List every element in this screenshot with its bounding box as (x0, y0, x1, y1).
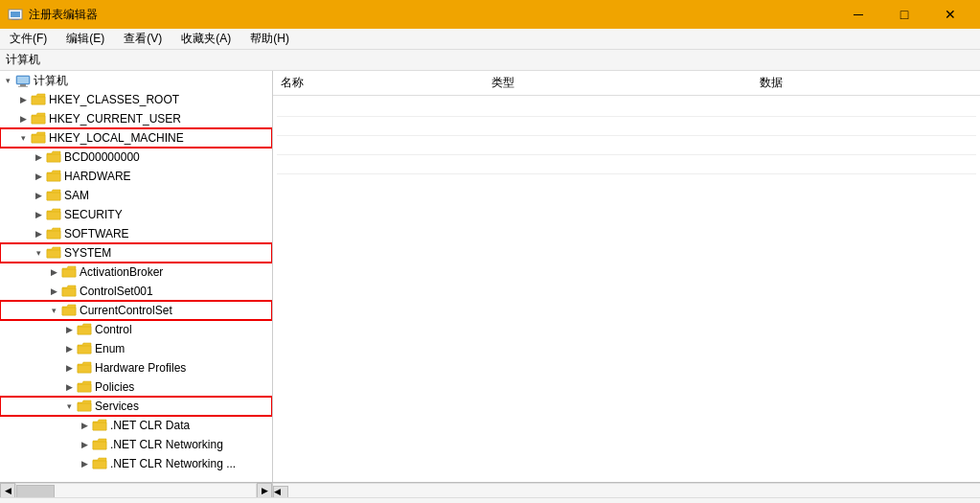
tree-label-actbroker: ActivationBroker (80, 265, 163, 279)
svg-rect-2 (11, 19, 19, 20)
expander-security[interactable]: ▶ (31, 207, 46, 222)
expander-software[interactable]: ▶ (31, 226, 46, 241)
folder-icon (77, 323, 92, 336)
tree-item-ccs001[interactable]: ▶ ControlSet001 (0, 282, 272, 301)
tree-label-policies: Policies (95, 380, 134, 394)
menu-item-文件(F)[interactable]: 文件(F) (0, 29, 57, 49)
folder-icon (92, 457, 107, 470)
tree-item-hkcr[interactable]: ▶ HKEY_CLASSES_ROOT (0, 90, 272, 109)
right-side-hint (273, 96, 980, 176)
expander-system[interactable]: ▾ (31, 245, 46, 261)
bottom-area: ◀ ▶ ◀ https://blog.csdn.net/qq_421946... (0, 482, 980, 503)
menu-item-帮助(H)[interactable]: 帮助(H) (240, 29, 299, 49)
folder-icon (46, 150, 61, 164)
address-label: 计算机 (6, 52, 40, 68)
folder-icon (31, 131, 46, 145)
tree-label-security: SECURITY (64, 208, 123, 221)
expander-sam[interactable]: ▶ (31, 188, 46, 203)
svg-rect-1 (11, 11, 20, 17)
col-data: 数据 (752, 73, 980, 93)
tree-item-sam[interactable]: ▶ SAM (0, 186, 272, 205)
expander-computer[interactable]: ▾ (0, 73, 15, 88)
tree-item-netclrnet2[interactable]: ▶ .NET CLR Networking ... (0, 454, 272, 473)
tree-item-hwprofiles[interactable]: ▶ Hardware Profiles (0, 358, 272, 377)
folder-icon (61, 304, 77, 317)
detail-panel: 名称 类型 数据 (273, 71, 980, 482)
folder-icon (61, 285, 77, 298)
expander-hkcu[interactable]: ▶ (15, 111, 31, 126)
menu-item-查看(V)[interactable]: 查看(V) (114, 29, 171, 49)
expander-bcd[interactable]: ▶ (31, 149, 46, 165)
detail-hscroll[interactable]: ◀ (273, 483, 980, 497)
folder-icon (46, 246, 61, 260)
expander-ccs001[interactable]: ▶ (46, 284, 61, 299)
h-scrollbar-area: ◀ ▶ ◀ (0, 482, 980, 497)
tree-label-hkcu: HKEY_CURRENT_USER (49, 112, 181, 126)
address-bar: 计算机 (0, 50, 980, 71)
tree-panel[interactable]: ▾ 计算机▶ HKEY_CLASSES_ROOT▶ HKEY_CURRENT_U… (0, 71, 273, 482)
expander-policies[interactable]: ▶ (61, 379, 77, 395)
tree-item-system[interactable]: ▾ SYSTEM (0, 243, 272, 263)
expander-services[interactable]: ▾ (61, 399, 77, 414)
tree-item-control[interactable]: ▶ Control (0, 320, 272, 339)
expander-hklm[interactable]: ▾ (15, 130, 31, 146)
menu-item-收藏夹(A)[interactable]: 收藏夹(A) (171, 29, 240, 49)
tree-item-enum[interactable]: ▶ Enum (0, 339, 272, 358)
tree-label-ccs: CurrentControlSet (80, 304, 172, 317)
tree-item-policies[interactable]: ▶ Policies (0, 377, 272, 397)
folder-icon (46, 227, 61, 240)
tree-label-bcd: BCD00000000 (64, 150, 140, 164)
hscroll-thumb[interactable] (16, 485, 55, 498)
expander-netclrdata[interactable]: ▶ (77, 418, 92, 433)
folder-icon (46, 170, 61, 183)
folder-icon (77, 400, 92, 413)
close-button[interactable]: ✕ (928, 0, 972, 29)
title-text: 注册表编辑器 (29, 7, 98, 23)
minimize-button[interactable]: ─ (836, 0, 880, 29)
tree-item-hkcu[interactable]: ▶ HKEY_CURRENT_USER (0, 109, 272, 128)
tree-item-software[interactable]: ▶ SOFTWARE (0, 224, 272, 243)
tree-label-computer: 计算机 (34, 73, 68, 89)
tree-label-hkcr: HKEY_CLASSES_ROOT (49, 93, 179, 106)
folder-icon (77, 342, 92, 355)
expander-hkcr[interactable]: ▶ (15, 92, 31, 107)
folder-icon (77, 380, 92, 394)
folder-icon (77, 361, 92, 375)
tree-label-netclrnet2: .NET CLR Networking ... (110, 457, 236, 470)
tree-item-security[interactable]: ▶ SECURITY (0, 205, 272, 224)
hscroll-track (15, 483, 257, 498)
expander-actbroker[interactable]: ▶ (46, 264, 61, 280)
tree-label-netclrdata: .NET CLR Data (110, 419, 190, 432)
tree-item-services[interactable]: ▾ Services (0, 397, 272, 416)
tree-item-hklm[interactable]: ▾ HKEY_LOCAL_MACHINE (0, 128, 272, 148)
tree-item-ccs[interactable]: ▾ CurrentControlSet (0, 301, 272, 320)
menu-item-编辑(E)[interactable]: 编辑(E) (57, 29, 114, 49)
hscroll-left-btn[interactable]: ◀ (0, 483, 15, 498)
tree-item-netclrnet[interactable]: ▶ .NET CLR Networking (0, 435, 272, 454)
maximize-button[interactable]: □ (882, 0, 926, 29)
folder-icon (46, 189, 61, 202)
tree-label-netclrnet: .NET CLR Networking (110, 438, 223, 451)
expander-ccs[interactable]: ▾ (46, 303, 61, 318)
tree-item-actbroker[interactable]: ▶ ActivationBroker (0, 263, 272, 282)
expander-netclrnet2[interactable]: ▶ (77, 456, 92, 471)
computer-icon (15, 74, 31, 87)
tree-item-hardware[interactable]: ▶ HARDWARE (0, 167, 272, 186)
tree-item-computer[interactable]: ▾ 计算机 (0, 71, 272, 90)
folder-icon (61, 265, 77, 279)
folder-icon (92, 419, 107, 432)
expander-hwprofiles[interactable]: ▶ (61, 360, 77, 376)
expander-hardware[interactable]: ▶ (31, 169, 46, 184)
expander-netclrnet[interactable]: ▶ (77, 437, 92, 452)
expander-enum[interactable]: ▶ (61, 341, 77, 356)
expander-control[interactable]: ▶ (61, 322, 77, 337)
tree-label-sam: SAM (64, 189, 89, 202)
folder-icon (46, 208, 61, 221)
hscroll-right-btn[interactable]: ▶ (257, 483, 272, 498)
folder-icon (31, 93, 46, 106)
tree-item-netclrdata[interactable]: ▶ .NET CLR Data (0, 416, 272, 435)
tree-item-bcd[interactable]: ▶ BCD00000000 (0, 148, 272, 167)
menu-bar: 文件(F)编辑(E)查看(V)收藏夹(A)帮助(H) (0, 29, 980, 50)
folder-icon (92, 438, 107, 451)
tree-hscroll[interactable]: ◀ ▶ (0, 483, 273, 497)
